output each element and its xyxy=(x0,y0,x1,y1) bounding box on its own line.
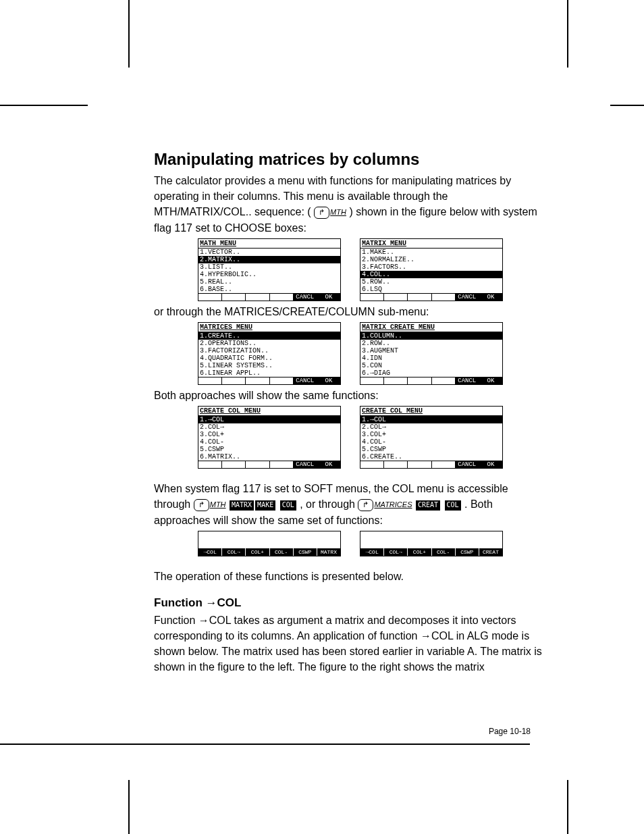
screenshot-row-4: →COL COL→ COL+ COL- CSWP MATRX →COL COL→… xyxy=(154,531,547,556)
softkey-slot: COL- xyxy=(270,548,294,556)
softkey-slot: COL→ xyxy=(222,548,246,556)
list-item: 3.FACTORIZATION.. xyxy=(198,347,340,355)
list-item: 1.→COL xyxy=(198,416,340,423)
list-item: 1.COLUMN.. xyxy=(360,332,502,340)
text: Function →COL takes as argument a matrix… xyxy=(154,613,547,675)
list-item: 5.CSWP xyxy=(198,446,340,453)
crop-mark xyxy=(610,105,644,106)
lcd-title: MATH MENU xyxy=(198,239,340,249)
softkey-slot xyxy=(222,377,246,384)
softkey-ok: OK xyxy=(479,377,502,384)
lcd-list: 1.→COL 2.COL→ 3.COL+ 4.COL- 5.CSWP 6.MAT… xyxy=(198,416,340,461)
crop-mark xyxy=(567,0,568,68)
list-item: 4.QUADRATIC FORM.. xyxy=(198,355,340,362)
softkey-ok: OK xyxy=(479,294,502,301)
softkey-cancl: CANCL xyxy=(294,377,317,384)
mth-key-label: MTH xyxy=(330,208,346,216)
softkey-slot xyxy=(246,461,269,468)
softkey-ok: OK xyxy=(479,461,502,468)
lcd-list: 1.CREATE.. 2.OPERATIONS.. 3.FACTORIZATIO… xyxy=(198,332,340,377)
screenshot-row-2: MATRICES MENU 1.CREATE.. 2.OPERATIONS.. … xyxy=(154,322,547,385)
softkey-slot xyxy=(432,461,456,468)
softkey-cancl: CANCL xyxy=(456,461,479,468)
softkey-slot xyxy=(384,461,408,468)
list-item: 6.CREATE.. xyxy=(360,453,502,461)
softkey-slot: CSWP xyxy=(294,548,317,556)
crop-mark xyxy=(128,780,130,834)
softkey-cancl: CANCL xyxy=(294,294,317,301)
text: , or through xyxy=(300,498,358,510)
list-item: 3.LIST.. xyxy=(198,263,340,271)
list-item: 1.CREATE.. xyxy=(198,332,340,340)
softkey-slot xyxy=(360,377,384,384)
screenshot-row-1: MATH MENU 1.VECTOR.. 2.MATRIX.. 3.LIST..… xyxy=(154,238,547,301)
lcd-list: 1.→COL 2.COL→ 3.COL+ 4.COL- 5.CSWP 6.CRE… xyxy=(360,416,502,461)
lcd-softkeys: CANCL OK xyxy=(360,461,502,468)
softkey-slot xyxy=(432,294,456,301)
softkey-ok: OK xyxy=(317,377,340,384)
list-item: 4.COL.. xyxy=(360,271,502,278)
softkey-col: COL xyxy=(445,500,461,511)
list-item: 2.ROW.. xyxy=(360,340,502,347)
list-item: 2.COL→ xyxy=(360,423,502,431)
softkey-slot xyxy=(222,461,246,468)
page-title: Manipulating matrices by columns xyxy=(154,150,547,169)
list-item: 5.CSWP xyxy=(360,446,502,453)
lcd-title: CREATE COL MENU xyxy=(198,407,340,416)
lcd-softkeys: →COL COL→ COL+ COL- CSWP MATRX xyxy=(198,548,340,556)
list-item: 5.CON xyxy=(360,362,502,369)
list-item: 4.COL- xyxy=(360,438,502,446)
lcd-title: MATRICES MENU xyxy=(198,323,340,332)
softkey-slot xyxy=(384,294,408,301)
softkey-slot xyxy=(360,294,384,301)
lcd-list: 1.MAKE.. 2.NORMALIZE.. 3.FACTORS.. 4.COL… xyxy=(360,249,502,293)
lcd-matrices-menu: MATRICES MENU 1.CREATE.. 2.OPERATIONS.. … xyxy=(198,322,341,385)
list-item: 4.HYPERBOLIC.. xyxy=(198,271,340,278)
screenshot-row-3: CREATE COL MENU 1.→COL 2.COL→ 3.COL+ 4.C… xyxy=(154,406,547,469)
softkey-ok: OK xyxy=(317,461,340,468)
list-item: 5.ROW.. xyxy=(360,278,502,286)
section-heading: Function →COL xyxy=(154,596,547,610)
softkey-slot xyxy=(432,377,456,384)
lcd-create-col-menu-right: CREATE COL MENU 1.→COL 2.COL→ 3.COL+ 4.C… xyxy=(360,406,503,469)
list-item: 3.FACTORS.. xyxy=(360,263,502,271)
page-footer: Page 10-18 xyxy=(489,727,531,736)
lcd-softkeys: CANCL OK xyxy=(360,293,502,301)
crop-mark xyxy=(567,780,568,834)
softkey-cancl: CANCL xyxy=(294,461,317,468)
softkey-slot xyxy=(246,377,269,384)
softkey-slot xyxy=(384,377,408,384)
list-item: 2.MATRIX.. xyxy=(198,256,340,263)
list-item: 2.NORMALIZE.. xyxy=(360,256,502,263)
lcd-list: 1.COLUMN.. 2.ROW.. 3.AUGMENT 4.IDN 5.CON… xyxy=(360,332,502,377)
list-item: 4.IDN xyxy=(360,355,502,362)
list-item: 3.AUGMENT xyxy=(360,347,502,355)
softkey-slot xyxy=(270,294,294,301)
softkey-cancl: CANCL xyxy=(456,294,479,301)
lcd-title: CREATE COL MENU xyxy=(360,407,502,416)
list-item: 3.COL+ xyxy=(360,431,502,438)
shift-key-icon: ↱ xyxy=(194,499,209,511)
lcd-soft-left: →COL COL→ COL+ COL- CSWP MATRX xyxy=(198,531,341,556)
softkey-creat: CREAT xyxy=(416,500,440,511)
softkey-slot xyxy=(270,377,294,384)
softkey-slot: →COL xyxy=(198,548,222,556)
softkey-slot xyxy=(408,294,431,301)
softkey-slot xyxy=(270,461,294,468)
softkey-slot: COL+ xyxy=(408,548,431,556)
list-item: 6.→DIAG xyxy=(360,369,502,377)
softkey-ok: OK xyxy=(317,294,340,301)
lcd-softkeys: CANCL OK xyxy=(198,293,340,301)
softkey-matrx: MATRX xyxy=(230,500,254,511)
softkey-slot xyxy=(198,461,222,468)
softkey-slot: MATRX xyxy=(317,548,340,556)
softkey-slot: CREAT xyxy=(479,548,502,556)
list-item: 3.COL+ xyxy=(198,431,340,438)
lcd-softkeys: CANCL OK xyxy=(198,461,340,468)
softkey-slot xyxy=(408,377,431,384)
list-item: 1.VECTOR.. xyxy=(198,249,340,256)
list-item: 2.COL→ xyxy=(198,423,340,431)
crop-mark xyxy=(128,0,130,68)
lcd-softkeys: CANCL OK xyxy=(198,377,340,384)
list-item: 6.MATRIX.. xyxy=(198,453,340,461)
